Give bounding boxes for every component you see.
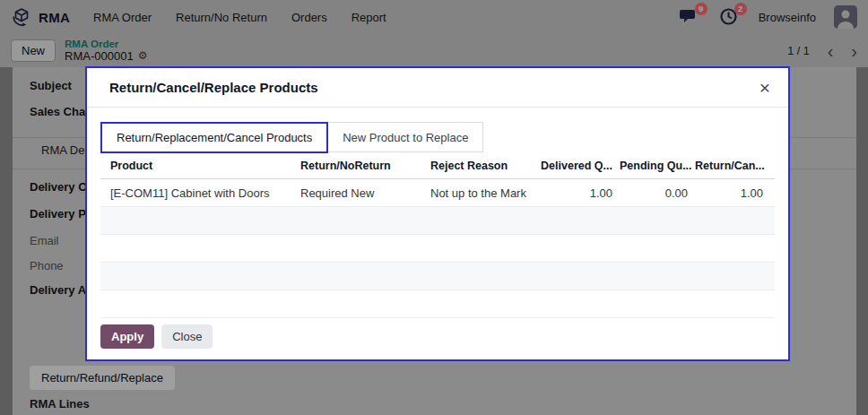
cell-delivered-qty[interactable]: 1.00 <box>537 186 616 200</box>
empty-row <box>100 290 775 318</box>
col-pending-qty[interactable]: Pending Qu... <box>616 160 691 172</box>
tab-return-replacement-cancel-products[interactable]: Return/Replacement/Cancel Products <box>100 122 328 153</box>
modal-title: Return/Cancel/Replace Products <box>109 80 318 95</box>
cell-reject-reason[interactable]: Not up to the Mark <box>421 186 537 200</box>
optional-columns-icon[interactable] <box>767 160 778 172</box>
col-return-noreturn[interactable]: Return/NoReturn <box>291 160 421 172</box>
cell-product[interactable]: [E-COM11] Cabinet with Doors <box>100 186 291 200</box>
modal-footer: Apply Close <box>87 324 788 359</box>
products-table: Product Return/NoReturn Reject Reason De… <box>100 153 775 318</box>
cell-return-cancel-qty[interactable]: 1.00 <box>691 186 767 200</box>
app-window: RMA RMA Order Return/No Return Orders Re… <box>0 0 868 415</box>
table-header-row: Product Return/NoReturn Reject Reason De… <box>100 153 775 179</box>
modal-tabs: Return/Replacement/Cancel Products New P… <box>100 122 775 153</box>
col-delivered-qty[interactable]: Delivered Q... <box>537 160 616 172</box>
empty-row <box>100 235 775 263</box>
empty-row <box>100 263 775 290</box>
return-cancel-replace-dialog: Return/Cancel/Replace Products × Return/… <box>85 66 790 361</box>
col-product[interactable]: Product <box>100 160 291 172</box>
close-button[interactable]: Close <box>161 324 213 349</box>
cell-pending-qty[interactable]: 0.00 <box>616 186 691 200</box>
tab-new-product-to-replace[interactable]: New Product to Replace <box>328 122 483 152</box>
modal-header: Return/Cancel/Replace Products × <box>87 68 788 108</box>
table-row[interactable]: [E-COM11] Cabinet with Doors Required Ne… <box>100 179 775 207</box>
col-return-cancel-qty[interactable]: Return/Can... <box>691 160 767 172</box>
apply-button[interactable]: Apply <box>100 324 154 349</box>
empty-row <box>100 207 775 235</box>
col-reject-reason[interactable]: Reject Reason <box>421 160 537 172</box>
cell-return-noreturn[interactable]: Required New <box>291 186 421 200</box>
close-icon[interactable]: × <box>760 78 770 97</box>
